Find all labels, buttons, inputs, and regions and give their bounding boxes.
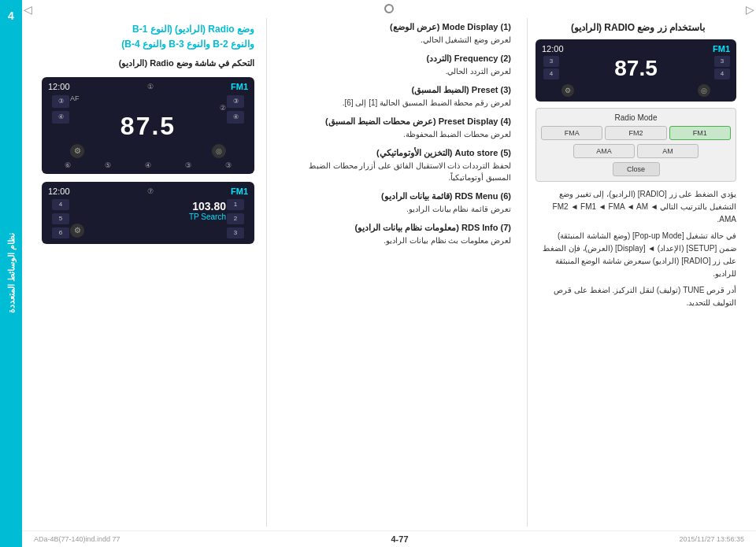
radio-mode-popup: Radio Mode FM1 FM2 FMA AM AMA Close <box>536 108 736 182</box>
top-decoration-area: ◁ ▷ <box>22 0 756 14</box>
rd2-gear-icon: ⚙ <box>74 226 81 235</box>
rd2-gear-row: ⚙ <box>70 224 226 238</box>
fm1-left-btn-3[interactable]: 3 <box>714 56 730 67</box>
page-number: 4-77 <box>391 534 408 544</box>
popup-grid-row1: FM1 FM2 FMA <box>541 126 731 140</box>
fm1-left-btn-4[interactable]: 4 <box>714 68 730 79</box>
item-1-desc: لعرض وضع التشغيل الحالي. <box>283 34 511 46</box>
rd2-tp-search: TP Search <box>70 213 226 221</box>
main-content: ◁ ▷ وضع Radio (الراديو) (النوع B-1 والنو… <box>22 0 756 547</box>
fm1-left-btns: 3 4 <box>713 56 730 79</box>
rd2-btn-3[interactable]: 3 <box>227 227 244 238</box>
rd2-gear-btn[interactable]: ⚙ <box>70 224 84 238</box>
rd1-btn-3-left[interactable]: ③ <box>227 95 244 108</box>
left-section-title: باستخدام زر وضع RADIO (الراديو) <box>539 22 736 33</box>
rd2-btn-5[interactable]: 5 <box>52 213 69 224</box>
rd2-right-btns: 4 5 6 <box>51 198 70 239</box>
rd2-body: 1 2 3 103.80 TP Search ⚙ <box>48 198 248 239</box>
content-columns: وضع Radio (الراديو) (النوع B-1 والنوع B-… <box>22 14 756 530</box>
rd1-circles-row: ③ ③ ④ ⑤ ⑥ <box>48 161 248 169</box>
item-1: (1) Mode Display (عرض الوضع) لعرض وضع ال… <box>283 22 511 46</box>
right-title: وضع Radio (الراديو) (النوع B-1 والنوع B-… <box>42 22 254 52</box>
bottom-bar: ADa-4B(77-140)ind.indd 77 4-77 2015/11/2… <box>22 530 756 547</box>
popup-close-btn[interactable]: Close <box>613 162 660 176</box>
item-7: (7) RDS Info (معلومات نظام بيانات الرادي… <box>283 223 511 246</box>
popup-title: Radio Mode <box>541 113 731 122</box>
fm1-circle-left[interactable]: ◎ <box>698 84 710 97</box>
item-6-title: (6) RDS Menu (قائمة بيانات الراديو) <box>283 191 511 201</box>
item-3: (3) Preset (الضبط المسبق) لعرض رقم محطة … <box>283 85 511 109</box>
rd2-header: FM1 ⑦ 12:00 <box>48 187 248 196</box>
popup-btn-fm1[interactable]: FM1 <box>669 126 731 140</box>
radio-display-2: FM1 ⑦ 12:00 1 2 3 103.80 <box>42 182 254 244</box>
sidebar-tab: 4 نظام الوسائط المتعددة <box>0 0 22 547</box>
rd2-label: FM1 <box>231 187 248 196</box>
desc-para-1: يؤدي الضغط على زر [RADIO] (الراديو)، إلى… <box>539 188 736 226</box>
footer-date: 2015/11/27 13:56:35 <box>679 535 744 543</box>
item-5: (5) Auto store (التخزين الأوتوماتيكي) لح… <box>283 148 511 183</box>
rd1-btn-4-right[interactable]: ④ <box>52 111 69 124</box>
item-7-desc: لعرض معلومات بث نظام بيانات الراديو. <box>283 235 511 246</box>
item-6: (6) RDS Menu (قائمة بيانات الراديو) تعرض… <box>283 191 511 215</box>
left-section: باستخدام زر وضع RADIO (الراديو) FM1 12:0… <box>528 14 748 530</box>
item-2: (2) Frequency (التردد) لعرض التردد الحال… <box>283 54 511 77</box>
fm1-center: 87.5 ◎ ⚙ <box>561 56 710 97</box>
rd1-center: AF ② 87.5 ◎ ⚙ <box>70 94 226 158</box>
fm1-circle-right[interactable]: ⚙ <box>561 84 574 97</box>
rd1-c4: ④ <box>145 161 151 169</box>
rd2-btn-6[interactable]: 6 <box>52 227 69 238</box>
radio-display-1: FM1 ① 12:00 ③ ④ AF ② <box>42 77 254 174</box>
rd1-btn-3-right[interactable]: ③ <box>52 95 69 108</box>
popup-grid-row2: AM AMA <box>573 144 699 158</box>
rd1-c3a: ③ <box>225 161 232 169</box>
rd2-time: 12:00 <box>48 187 70 196</box>
footer-file: ADa-4B(77-140)ind.indd 77 <box>34 535 120 543</box>
popup-btn-fm2[interactable]: FM2 <box>605 126 666 140</box>
fm1-right-btn-3[interactable]: 3 <box>543 56 559 67</box>
fm1-right-btn-4[interactable]: 4 <box>543 68 559 79</box>
fm1-header: FM1 12:00 <box>542 44 730 54</box>
rd1-af: AF <box>70 94 80 102</box>
fm1-right-btns: 3 4 <box>542 56 559 79</box>
middle-section: (1) Mode Display (عرض الوضع) لعرض وضع ال… <box>267 14 527 530</box>
rd1-btn-4-left[interactable]: ④ <box>227 111 244 124</box>
rd1-circle-left-icon: ◎ <box>216 147 222 155</box>
rd1-circle-right[interactable]: ⚙ <box>70 144 84 158</box>
page-container: 4 نظام الوسائط المتعددة ◁ ▷ وضع Radio (ا… <box>0 0 756 547</box>
top-circle-decoration <box>384 4 394 13</box>
right-subtitle: التحكم في شاشة وضع Radio (الراديو) <box>42 57 254 71</box>
popup-btn-ama[interactable]: AMA <box>573 144 635 158</box>
rd1-freq: 87.5 <box>120 112 176 141</box>
fm1-time: 12:00 <box>542 44 564 54</box>
rd2-btn-1[interactable]: 1 <box>227 199 244 210</box>
rd1-bottom: ◎ ⚙ <box>70 144 226 158</box>
desc-para-2: في حالة تشغيل [Pop-up Mode] (وضع الشاشة … <box>539 230 736 280</box>
right-binding-arrow: ▷ <box>746 3 754 16</box>
fm1-bottom-icons: ◎ ⚙ <box>561 84 710 97</box>
rd1-gear-icon: ⚙ <box>74 146 81 155</box>
item-3-desc: لعرض رقم محطة الضبط المسبق الحالية [1] إ… <box>283 97 511 109</box>
fm1-content: 3 4 87.5 ◎ ⚙ 3 4 <box>542 56 730 97</box>
rd1-time: 12:00 <box>48 82 70 91</box>
item-4: (4) Preset Display (عرض محطات الضبط المس… <box>283 116 511 140</box>
item-4-desc: لعرض محطات الضبط المحفوظة. <box>283 128 511 140</box>
popup-btn-fma[interactable]: FMA <box>541 126 602 140</box>
item-3-title: (3) Preset (الضبط المسبق) <box>283 85 511 95</box>
fm1-frequency: 87.5 <box>614 56 658 81</box>
item-5-desc: لحفظ الترددات ذات الاستقبال الفائق على أ… <box>283 160 511 183</box>
rd2-btn-4[interactable]: 4 <box>52 199 69 210</box>
rd1-label: FM1 <box>231 82 248 91</box>
left-binding-arrow: ◁ <box>24 3 32 16</box>
rd1-header: FM1 ① 12:00 <box>48 82 248 91</box>
item-7-title: (7) RDS Info (معلومات نظام بيانات الرادي… <box>283 223 511 233</box>
rd2-btn-2[interactable]: 2 <box>227 213 244 224</box>
popup-btn-am[interactable]: AM <box>637 144 699 158</box>
item-2-title: (2) Frequency (التردد) <box>283 54 511 64</box>
item-5-title: (5) Auto store (التخزين الأوتوماتيكي) <box>283 148 511 158</box>
rd1-body: ③ ④ AF ② 87.5 ◎ <box>48 94 248 158</box>
left-section-description: يؤدي الضغط على زر [RADIO] (الراديو)، إلى… <box>539 188 736 309</box>
rd1-c3b: ③ <box>185 161 191 169</box>
item-1-title: (1) Mode Display (عرض الوضع) <box>283 22 511 32</box>
rd1-circle-left[interactable]: ◎ <box>212 144 226 158</box>
sidebar-label: نظام الوسائط المتعددة <box>6 233 17 313</box>
